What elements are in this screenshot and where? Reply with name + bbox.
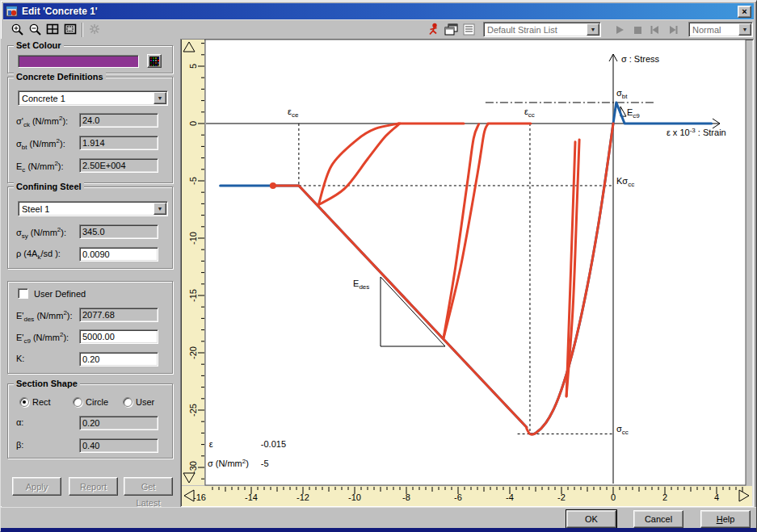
steel-combo-value: Steel 1 — [19, 204, 153, 214]
status-eps-value: -0.015 — [261, 439, 286, 449]
chevron-down-icon[interactable]: ▼ — [587, 23, 599, 36]
palette-icon — [149, 57, 159, 66]
radio-rect[interactable]: Rect — [19, 396, 51, 410]
chevron-down-icon[interactable]: ▼ — [154, 92, 166, 104]
zoom-in-icon — [11, 23, 24, 36]
x-tick-label: -12 — [296, 492, 309, 502]
sigma-sy-field[interactable] — [79, 224, 158, 239]
properties-button[interactable] — [443, 22, 461, 38]
ec-label: Ec (N/mm2): — [16, 160, 64, 174]
user-defined-checkbox[interactable] — [18, 288, 28, 299]
x-tick-label: 2 — [662, 492, 667, 502]
footer-bar: OK Cancel Help — [1, 507, 756, 530]
alpha-label: α: — [16, 417, 23, 427]
edes-field[interactable] — [79, 308, 158, 322]
chart-area: -16-14-12-10-8-6-4-202450-5-10-15-20-25-… — [180, 39, 754, 507]
radio-circle-label: Circle — [86, 397, 108, 407]
y-tick-label: -30 — [188, 461, 198, 474]
close-button[interactable]: × — [738, 6, 751, 18]
confining-steel-legend: Confining Steel — [14, 182, 84, 191]
set-colour-legend: Set Colour — [14, 40, 64, 50]
step-back-button[interactable] — [646, 22, 664, 38]
sigma-ck-field[interactable] — [79, 113, 158, 128]
apply-button[interactable]: Apply — [12, 477, 61, 496]
list-icon — [462, 23, 477, 37]
x-tick-label: -14 — [245, 492, 258, 502]
play-icon — [614, 24, 625, 36]
zoom-out-icon — [28, 23, 42, 36]
left-panel: Set Colour Concrete Definitions Concrete… — [1, 39, 180, 506]
stop-icon — [632, 24, 643, 36]
bottom-edge — [1, 528, 756, 531]
app-icon — [6, 5, 19, 18]
animate-button[interactable] — [425, 22, 443, 38]
radio-circle[interactable]: Circle — [73, 396, 108, 410]
alpha-field[interactable] — [79, 416, 158, 430]
x-tick-label: 0 — [611, 492, 616, 502]
confining-steel-group: Confining Steel Steel 1 ▼ σsy (N/mm2): ρ… — [7, 186, 173, 269]
x-tick-label: -8 — [402, 492, 410, 502]
running-man-icon — [427, 23, 441, 37]
report-button[interactable]: Report — [69, 477, 118, 496]
palette-button[interactable] — [147, 54, 162, 68]
user-defined-group: User Defined E'des (N/mm2): E'c9 (N/mm2)… — [7, 281, 173, 374]
zoom-out-button[interactable] — [26, 22, 44, 38]
k-field[interactable] — [79, 352, 158, 367]
radio-user-circle[interactable] — [123, 397, 132, 407]
ok-button[interactable]: OK — [566, 510, 616, 528]
y-tick-label: -10 — [188, 232, 198, 245]
x-tick-label: -6 — [454, 492, 462, 502]
user-defined-label: User Defined — [34, 289, 86, 299]
chevron-down-icon[interactable]: ▼ — [738, 23, 751, 36]
get-latest-button[interactable]: Get Latest — [124, 477, 173, 496]
redraw-button[interactable] — [86, 22, 103, 38]
sigma-sy-label: σsy (N/mm2): — [16, 226, 66, 240]
play-button[interactable] — [611, 22, 629, 38]
radio-rect-circle[interactable] — [19, 397, 29, 407]
zoom-extents-icon — [46, 23, 60, 36]
stop-button[interactable] — [629, 22, 646, 38]
y-tick-label: -15 — [188, 289, 198, 302]
mode-combo[interactable]: Normal ▼ — [688, 22, 753, 37]
step-forward-icon — [667, 24, 679, 36]
cancel-button[interactable]: Cancel — [633, 510, 683, 528]
y-tick-label: -25 — [188, 404, 198, 417]
plot-background — [205, 40, 746, 485]
ec9-field[interactable] — [79, 329, 158, 344]
ec-field[interactable] — [79, 158, 158, 173]
beta-field[interactable] — [79, 438, 158, 453]
window-title: Edit 'Concrete 1' — [22, 6, 738, 17]
help-button[interactable]: Help — [700, 510, 751, 528]
step-forward-button[interactable] — [664, 22, 682, 38]
y-tick-label: 5 — [188, 64, 198, 69]
y-tick-label: 0 — [188, 121, 198, 126]
chevron-down-icon[interactable]: ▼ — [154, 203, 166, 215]
x-tick-label: -2 — [557, 492, 566, 502]
zoom-in-button[interactable] — [8, 22, 26, 38]
rho-field[interactable] — [79, 247, 158, 262]
section-shape-legend: Section Shape — [14, 379, 80, 388]
steel-combo[interactable]: Steel 1 ▼ — [18, 201, 168, 216]
sigma-ck-label: σ'ck (N/mm2): — [16, 115, 68, 128]
ec9-field-label: E'c9 (N/mm2): — [16, 331, 69, 345]
x-tick-label: -10 — [348, 492, 361, 502]
zoom-extents-button[interactable] — [44, 22, 61, 38]
strain-list-button[interactable] — [461, 22, 478, 38]
sigma-bt-field[interactable] — [79, 136, 158, 150]
zoom-window-button[interactable] — [61, 22, 79, 38]
beta-label: β: — [16, 440, 23, 450]
redraw-icon — [88, 23, 102, 36]
x-tick-label: -4 — [506, 492, 514, 502]
colour-swatch[interactable] — [18, 55, 139, 68]
radio-user[interactable]: User — [123, 396, 154, 410]
status-sigma-value: -5 — [261, 459, 269, 468]
k-label: K: — [16, 354, 24, 363]
status-eps-label: ε — [209, 439, 213, 449]
y-tick-label: -20 — [188, 346, 198, 359]
radio-rect-label: Rect — [32, 397, 51, 407]
strain-list-combo[interactable]: Default Strain List ▼ — [483, 22, 601, 37]
sigma-axis-label: σ : Stress — [621, 54, 660, 64]
concrete-combo[interactable]: Concrete 1 ▼ — [18, 90, 168, 106]
x-tick-label: 4 — [714, 492, 719, 502]
radio-circle-circle[interactable] — [73, 397, 82, 407]
